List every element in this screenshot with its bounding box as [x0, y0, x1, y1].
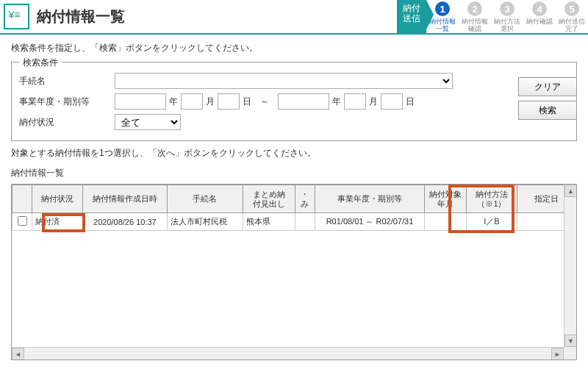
step-label-4: 納付確認	[526, 18, 553, 25]
input-year-from[interactable]	[115, 93, 166, 110]
col-tetsuzuki[interactable]: 手続名	[167, 185, 243, 213]
input-month-to[interactable]	[344, 93, 366, 110]
header: ¥≡ 納付情報一覧 納付送信 1 納付情報一覧 2 納付情報確認 3 納付方法選…	[0, 0, 588, 35]
unit-month2: 月	[369, 96, 378, 108]
label-tetsuzuki: 手続名	[19, 75, 115, 87]
input-year-to[interactable]	[278, 93, 329, 110]
search-fieldset: 検索条件 手続名 事業年度・期別等 年 月 日 ～ 年 月 日	[11, 62, 577, 141]
footer: (※1) D納付：ダイレクト方式による納付 I/B：インターネットバンキング 全…	[0, 368, 588, 372]
step-circle-4: 4	[532, 1, 547, 16]
select-tetsuzuki[interactable]	[115, 73, 453, 89]
table-container: 納付状況 納付情報作成日時 手続名 まとめ納付見出し ・み 事業年度・期別等 納…	[11, 184, 577, 360]
input-day-from[interactable]	[218, 93, 240, 110]
unit-year1: 年	[169, 96, 178, 108]
yen-icon: ¥≡	[9, 9, 21, 21]
step-circle-3: 3	[500, 1, 514, 16]
row-checkbox[interactable]	[18, 216, 27, 226]
content: 検索条件を指定し、「検索」ボタンをクリックしてください。 検索条件 手続名 事業…	[0, 35, 588, 368]
cell-tetsuzuki: 法人市町村民税	[167, 213, 243, 231]
page-title: 納付情報一覧	[37, 7, 125, 26]
scroll-up-icon[interactable]: ▲	[564, 185, 577, 197]
app-icon: ¥≡	[4, 4, 29, 29]
cell-created: 2020/08/26 10:37	[83, 213, 167, 231]
col-status[interactable]: 納付状況	[32, 185, 83, 213]
unit-month1: 月	[206, 96, 215, 108]
col-matome[interactable]: まとめ納付見出し	[243, 185, 295, 213]
label-nendo: 事業年度・期別等	[19, 96, 115, 108]
scroll-right-icon[interactable]: ►	[551, 348, 564, 360]
input-day-to[interactable]	[381, 93, 403, 110]
col-nendo[interactable]: 事業年度・期別等	[315, 185, 425, 213]
scrollbar-horizontal[interactable]: ◄ ►	[12, 347, 564, 360]
cell-nendo: R01/08/01 ～ R02/07/31	[315, 213, 425, 231]
step-3: 3 納付方法選択	[491, 0, 523, 34]
select-status[interactable]: 全て	[115, 114, 181, 130]
unit-day1: 日	[243, 96, 251, 108]
step-4: 4 納付確認	[523, 0, 556, 34]
step-label-5: 納付送信完了	[559, 18, 585, 32]
step-5: 5 納付送信完了	[556, 0, 588, 34]
scroll-left-icon[interactable]: ◄	[12, 348, 24, 360]
instruction-select: 対象とする納付情報を1つ選択し、「次へ」ボタンをクリックしてください。	[11, 147, 577, 160]
progress-steps: 納付送信 1 納付情報一覧 2 納付情報確認 3 納付方法選択 4 納付確認 5…	[397, 0, 588, 34]
clear-button[interactable]: クリア	[518, 77, 577, 96]
col-checkbox	[12, 185, 32, 213]
highlight-method	[448, 185, 514, 233]
cell-matome: 熊本県	[243, 213, 295, 231]
label-status: 納付状況	[19, 116, 115, 129]
step-circle-5: 5	[564, 1, 579, 16]
scroll-down-icon[interactable]: ▼	[564, 335, 577, 347]
step-circle-1: 1	[435, 1, 450, 16]
highlight-status	[42, 213, 85, 232]
table-section-label: 納付情報一覧	[11, 167, 577, 179]
unit-year2: 年	[332, 96, 341, 108]
col-created[interactable]: 納付情報作成日時	[83, 185, 167, 213]
cell-mi	[295, 213, 315, 231]
instruction-search: 検索条件を指定し、「検索」ボタンをクリックしてください。	[11, 42, 577, 54]
step-circle-2: 2	[467, 1, 482, 16]
step-label-2: 納付情報確認	[462, 18, 488, 32]
step-2: 2 納付情報確認	[459, 0, 491, 34]
input-month-from[interactable]	[181, 93, 203, 110]
unit-day2: 日	[406, 96, 415, 108]
step-label-3: 納付方法選択	[494, 18, 520, 32]
step-tag: 納付送信	[397, 0, 426, 34]
range-separator: ～	[260, 96, 269, 108]
scroll-corner	[564, 347, 576, 360]
scrollbar-vertical[interactable]: ▲ ▼	[564, 185, 576, 347]
search-button[interactable]: 検索	[518, 101, 577, 120]
search-legend: 検索条件	[19, 57, 62, 69]
col-mi[interactable]: ・み	[295, 185, 315, 213]
